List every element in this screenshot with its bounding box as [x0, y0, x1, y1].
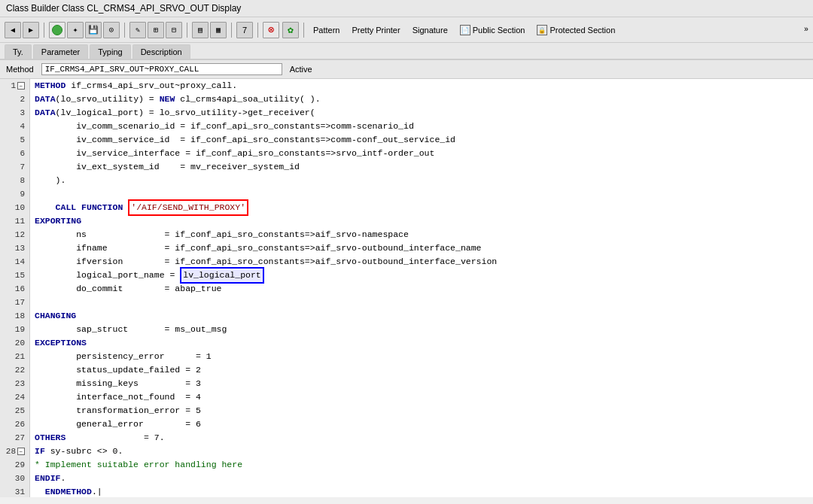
status-label: Active [290, 65, 312, 74]
line-num-8: 8 [0, 174, 29, 187]
btn-flower[interactable]: ✿ [282, 22, 299, 38]
btn-disk[interactable]: 💾 [85, 22, 102, 38]
code-line-26[interactable]: general_error = 6 [30, 417, 813, 431]
collapse-btn-1[interactable]: − [17, 82, 25, 90]
line-num-2: 2 [0, 93, 29, 106]
line-num-11: 11 [0, 214, 29, 228]
btn-settings[interactable]: ⊙ [103, 22, 120, 38]
stop-btn[interactable]: ⊗ [263, 22, 279, 38]
btn-seven[interactable]: 7 [236, 22, 253, 38]
code-line-23[interactable]: missing_keys = 3 [30, 377, 813, 390]
title-text: Class Builder Class CL_CRMS4_API_SRVO_OU… [0, 0, 813, 17]
code-line-3[interactable]: DATA(lv_logical_port) = lo_srvo_utility-… [30, 106, 813, 120]
parameter-tab[interactable]: Parameter [33, 44, 88, 59]
line-num-19: 19 [0, 323, 29, 336]
code-line-5[interactable]: iv_comm_service_id = if_conf_api_sro_con… [30, 133, 813, 147]
code-line-1[interactable]: METHOD if_crms4_api_srv_out~proxy_call. [30, 79, 813, 93]
code-line-21[interactable]: persistency_error = 1 [30, 350, 813, 363]
method-bar: Method Active [0, 60, 813, 79]
protected-section-btn[interactable]: 🔒 Protected Section [532, 23, 620, 37]
btn-copy[interactable]: ⊞ [148, 22, 164, 38]
code-line-7[interactable]: iv_ext_system_id = mv_receiver_system_id [30, 160, 813, 174]
more-btn[interactable]: » [804, 26, 808, 34]
code-line-8[interactable]: ). [30, 174, 813, 187]
code-line-25[interactable]: transformation_error = 5 [30, 404, 813, 417]
protected-section-icon: 🔒 [537, 25, 547, 35]
sep4 [231, 23, 232, 38]
pattern-btn[interactable]: Pattern [309, 24, 344, 36]
code-line-16[interactable]: do_commit = abap_true [30, 282, 813, 296]
edit-buttons: ✎ ⊞ ⊟ [129, 22, 182, 38]
code-line-28[interactable]: IF sy-subrc <> 0. [30, 445, 813, 458]
action-buttons: ✦ 💾 ⊙ [49, 22, 120, 38]
public-section-btn[interactable]: 📄 Public Section [455, 23, 530, 37]
code-line-15[interactable]: logical_port_name = lv_logical_port [30, 269, 813, 282]
code-line-22[interactable]: status_update_failed = 2 [30, 363, 813, 377]
line-num-28: 28− [0, 445, 29, 458]
line-num-9: 9 [0, 187, 29, 201]
line-num-25: 25 [0, 404, 29, 417]
code-line-17[interactable] [30, 296, 813, 309]
sep6 [303, 23, 304, 38]
btn-paste[interactable]: ⊟ [166, 22, 182, 38]
code-line-12[interactable]: ns = if_conf_api_sro_constants=>aif_srvo… [30, 228, 813, 241]
description-tab[interactable]: Description [132, 44, 190, 59]
line-num-18: 18 [0, 309, 29, 323]
code-line-27[interactable]: OTHERS = 7. [30, 431, 813, 445]
line-num-21: 21 [0, 350, 29, 363]
line-num-3: 3 [0, 106, 29, 120]
signature-btn[interactable]: Signature [408, 24, 452, 36]
ty-tab[interactable]: Ty. [5, 44, 32, 59]
line-num-31: 31 [0, 485, 29, 497]
line-num-1: 1− [0, 79, 29, 93]
back-btn[interactable]: ◀ [5, 22, 21, 38]
code-line-13[interactable]: ifname = if_conf_api_sro_constants=>aif_… [30, 241, 813, 255]
btn-multi-circle[interactable]: ✦ [67, 22, 84, 38]
toolbar: ◀ ▶ ✦ 💾 ⊙ ✎ ⊞ ⊟ ▤ ▦ 7 ⊗ ✿ Pattern Pretty… [0, 17, 813, 43]
collapse-btn-28[interactable]: − [17, 448, 25, 455]
code-line-31[interactable]: ENDMETHOD.| [30, 485, 813, 497]
method-label: Method [6, 65, 34, 74]
code-line-20[interactable]: EXCEPTIONS [30, 336, 813, 350]
btn-layout2[interactable]: ▦ [210, 22, 227, 38]
code-line-2[interactable]: DATA(lo_srvo_utility) = NEW cl_crms4api_… [30, 93, 813, 106]
line-num-26: 26 [0, 417, 29, 431]
code-editor: 1−23456789101112131415161718192021222324… [0, 79, 813, 497]
code-line-11[interactable]: EXPORTING [30, 214, 813, 228]
line-num-23: 23 [0, 377, 29, 390]
sep1 [44, 23, 44, 38]
btn-pencil[interactable]: ✎ [129, 22, 146, 38]
line-num-27: 27 [0, 431, 29, 445]
line-num-4: 4 [0, 120, 29, 133]
line-num-30: 30 [0, 472, 29, 485]
code-line-6[interactable]: iv_service_interface = if_conf_api_sro_c… [30, 147, 813, 160]
line-num-12: 12 [0, 228, 29, 241]
code-line-29[interactable]: * Implement suitable error handling here [30, 458, 813, 472]
sep3 [187, 23, 187, 38]
code-content[interactable]: METHOD if_crms4_api_srv_out~proxy_call. … [30, 79, 813, 497]
sep5 [257, 23, 258, 38]
code-line-4[interactable]: iv_comm_scenario_id = if_conf_api_sro_co… [30, 120, 813, 133]
line-num-17: 17 [0, 296, 29, 309]
method-input[interactable] [41, 63, 282, 75]
btn-layout1[interactable]: ▤ [192, 22, 209, 38]
sep2 [124, 23, 125, 38]
code-line-14[interactable]: ifversion = if_conf_api_sro_constants=>a… [30, 255, 813, 269]
line-num-24: 24 [0, 390, 29, 404]
public-section-icon: 📄 [460, 25, 470, 35]
forward-btn[interactable]: ▶ [23, 22, 39, 38]
code-line-30[interactable]: ENDIF. [30, 472, 813, 485]
code-line-18[interactable]: CHANGING [30, 309, 813, 323]
code-line-19[interactable]: sap_struct = ms_out_msg [30, 323, 813, 336]
code-line-10[interactable]: CALL FUNCTION '/AIF/SEND_WITH_PROXY' [30, 201, 813, 214]
pretty-printer-btn[interactable]: Pretty Printer [347, 24, 404, 36]
line-num-13: 13 [0, 241, 29, 255]
typing-tab[interactable]: Typing [90, 44, 130, 59]
line-num-29: 29 [0, 458, 29, 472]
line-num-20: 20 [0, 336, 29, 350]
line-num-6: 6 [0, 147, 29, 160]
layout-buttons: ▤ ▦ [192, 22, 227, 38]
btn-circle-green[interactable] [49, 22, 65, 38]
line-num-15: 15 [0, 269, 29, 282]
code-line-24[interactable]: interface_not_found = 4 [30, 390, 813, 404]
